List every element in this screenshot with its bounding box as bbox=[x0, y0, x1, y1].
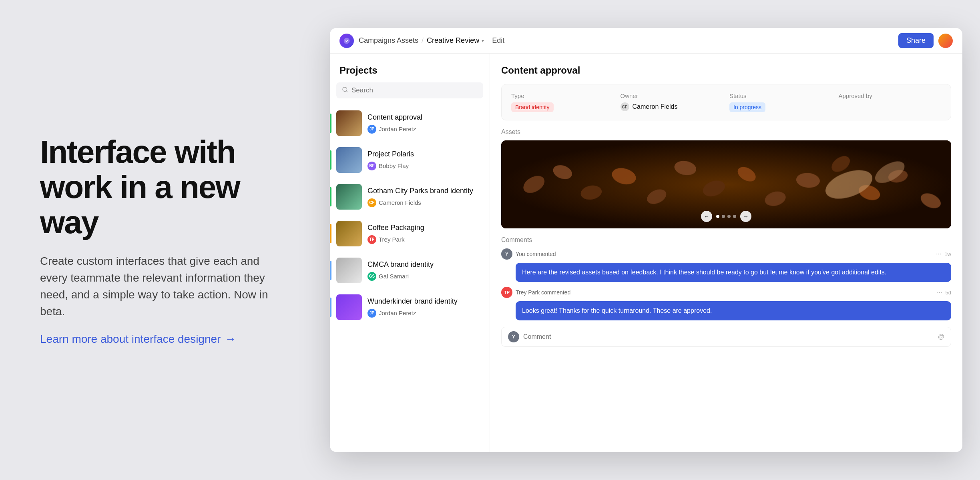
project-thumb-1 bbox=[336, 147, 362, 173]
main-content: Projects bbox=[330, 54, 962, 452]
app-icon bbox=[339, 34, 354, 48]
hero-subtitle: Create custom interfaces that give each … bbox=[40, 253, 272, 320]
at-mention-icon[interactable]: @ bbox=[938, 333, 944, 340]
content-panel: Content approval Type Brand identity Own… bbox=[490, 54, 962, 452]
project-owner-0: JP Jordan Peretz bbox=[368, 125, 422, 134]
owner-avatar-0: JP bbox=[368, 125, 376, 134]
project-thumb-5 bbox=[336, 294, 362, 320]
nav-dot-4[interactable] bbox=[733, 215, 736, 218]
comment-block-1: TP Trey Park commented ··· 5d Looks grea… bbox=[501, 287, 951, 320]
status-badge: In progress bbox=[729, 102, 765, 112]
svg-point-0 bbox=[344, 38, 350, 44]
owner-avatar-2: CF bbox=[368, 198, 376, 207]
nav-dot-1[interactable] bbox=[716, 215, 719, 218]
right-panel: Campaigns Assets / Creative Review ▾ Edi… bbox=[312, 12, 980, 468]
comment-input-row[interactable]: Y @ bbox=[501, 327, 951, 347]
comment-meta-1: Trey Park commented bbox=[516, 289, 934, 296]
project-info-0: Content approval JP Jordan Peretz bbox=[368, 113, 422, 133]
comment-block-0: Y You commented ··· 1w Here are the revi… bbox=[501, 248, 951, 282]
project-name-3: Coffee Packaging bbox=[368, 223, 424, 232]
comment-avatar-0: Y bbox=[501, 248, 512, 260]
owner-row: CF Cameron Fields bbox=[621, 102, 723, 111]
project-item-content-approval[interactable]: Content approval JP Jordan Peretz bbox=[330, 105, 490, 142]
top-bar-right: Share bbox=[898, 33, 953, 48]
comment-meta-0: You commented bbox=[516, 251, 933, 257]
assets-section: Assets bbox=[501, 128, 951, 228]
comment-input-avatar: Y bbox=[508, 331, 519, 342]
comment-avatar-1: TP bbox=[501, 287, 512, 298]
owner-avatar-1: BF bbox=[368, 162, 376, 170]
meta-table: Type Brand identity Owner CF Cameron Fie… bbox=[511, 92, 941, 112]
project-info-1: Project Polaris BF Bobby Flay bbox=[368, 150, 414, 170]
project-owner-3: TP Trey Park bbox=[368, 235, 424, 244]
edit-button[interactable]: Edit bbox=[492, 36, 504, 45]
user-avatar[interactable] bbox=[938, 34, 953, 48]
meta-col-approved: Approved by bbox=[839, 92, 942, 112]
project-name-5: Wunderkinder brand identity bbox=[368, 297, 458, 306]
breadcrumb-campaigns[interactable]: Campaigns Assets bbox=[359, 36, 418, 45]
project-info-5: Wunderkinder brand identity JP Jordan Pe… bbox=[368, 297, 458, 317]
breadcrumb-separator: / bbox=[422, 36, 424, 45]
assets-label: Assets bbox=[501, 128, 951, 136]
comments-section: Comments Y You commented ··· 1w Here bbox=[501, 236, 951, 441]
breadcrumb-creative-review[interactable]: Creative Review ▾ bbox=[427, 36, 484, 45]
meta-type-label: Type bbox=[511, 92, 614, 99]
project-info-2: Gotham City Parks brand identity CF Came… bbox=[368, 186, 473, 207]
content-panel-title: Content approval bbox=[501, 65, 951, 76]
owner-avatar-3: TP bbox=[368, 235, 376, 244]
meta-owner-value: Cameron Fields bbox=[633, 103, 678, 110]
meta-col-owner: Owner CF Cameron Fields bbox=[621, 92, 723, 112]
project-item-wunder[interactable]: Wunderkinder brand identity JP Jordan Pe… bbox=[330, 289, 490, 326]
meta-owner-label: Owner bbox=[621, 92, 723, 99]
prev-image-button[interactable]: ← bbox=[701, 211, 712, 222]
comment-bubble-0: Here are the revised assets based on fee… bbox=[516, 263, 951, 282]
project-item-coffee[interactable]: Coffee Packaging TP Trey Park bbox=[330, 215, 490, 252]
learn-more-link[interactable]: Learn more about interface designer → bbox=[40, 333, 272, 346]
comments-label: Comments bbox=[501, 236, 951, 244]
project-list: Content approval JP Jordan Peretz Proj bbox=[330, 105, 490, 452]
app-window: Campaigns Assets / Creative Review ▾ Edi… bbox=[330, 28, 962, 452]
project-thumb-0 bbox=[336, 110, 362, 136]
meta-owner-avatar: CF bbox=[621, 102, 629, 111]
project-item-cmca[interactable]: CMCA brand identity GS Gal Samari bbox=[330, 252, 490, 289]
nav-dot-2[interactable] bbox=[722, 215, 725, 218]
breadcrumb: Campaigns Assets / Creative Review ▾ bbox=[359, 36, 484, 45]
comment-header-1: TP Trey Park commented ··· 5d bbox=[501, 287, 951, 298]
project-item-gotham[interactable]: Gotham City Parks brand identity CF Came… bbox=[330, 178, 490, 215]
share-button[interactable]: Share bbox=[898, 33, 934, 48]
comment-options-1[interactable]: ··· bbox=[937, 289, 942, 296]
next-image-button[interactable]: → bbox=[740, 211, 751, 222]
search-icon bbox=[342, 86, 348, 94]
left-panel: Interface with work in a new way Create … bbox=[0, 102, 312, 378]
top-bar: Campaigns Assets / Creative Review ▾ Edi… bbox=[330, 28, 962, 54]
project-info-4: CMCA brand identity GS Gal Samari bbox=[368, 260, 434, 280]
comment-header-0: Y You commented ··· 1w bbox=[501, 248, 951, 260]
project-item-polaris[interactable]: Project Polaris BF Bobby Flay bbox=[330, 142, 490, 178]
project-owner-4: GS Gal Samari bbox=[368, 272, 434, 281]
search-box[interactable] bbox=[336, 82, 483, 98]
project-name-1: Project Polaris bbox=[368, 150, 414, 159]
project-thumb-3 bbox=[336, 221, 362, 246]
hero-title: Interface with work in a new way bbox=[40, 134, 272, 240]
meta-col-status: Status In progress bbox=[729, 92, 832, 112]
project-thumb-2 bbox=[336, 184, 362, 210]
comment-thread: Y You commented ··· 1w Here are the revi… bbox=[501, 248, 951, 441]
nav-dot-3[interactable] bbox=[727, 215, 731, 218]
chevron-down-icon: ▾ bbox=[482, 38, 484, 44]
owner-avatar-5: JP bbox=[368, 309, 376, 318]
owner-avatar-4: GS bbox=[368, 272, 376, 281]
project-info-3: Coffee Packaging TP Trey Park bbox=[368, 223, 424, 244]
search-input[interactable] bbox=[351, 86, 478, 94]
comment-input[interactable] bbox=[523, 333, 934, 340]
project-owner-2: CF Cameron Fields bbox=[368, 198, 473, 207]
comment-bubble-1: Looks great! Thanks for the quick turnar… bbox=[516, 301, 951, 320]
comment-options-0[interactable]: ··· bbox=[936, 250, 941, 258]
projects-title: Projects bbox=[330, 54, 490, 82]
svg-point-1 bbox=[343, 87, 347, 92]
image-nav: ← → bbox=[701, 211, 751, 222]
comment-time-1: 5d bbox=[946, 290, 951, 296]
meta-status-label: Status bbox=[729, 92, 832, 99]
project-name-0: Content approval bbox=[368, 113, 422, 122]
project-name-4: CMCA brand identity bbox=[368, 260, 434, 269]
project-thumb-4 bbox=[336, 258, 362, 283]
